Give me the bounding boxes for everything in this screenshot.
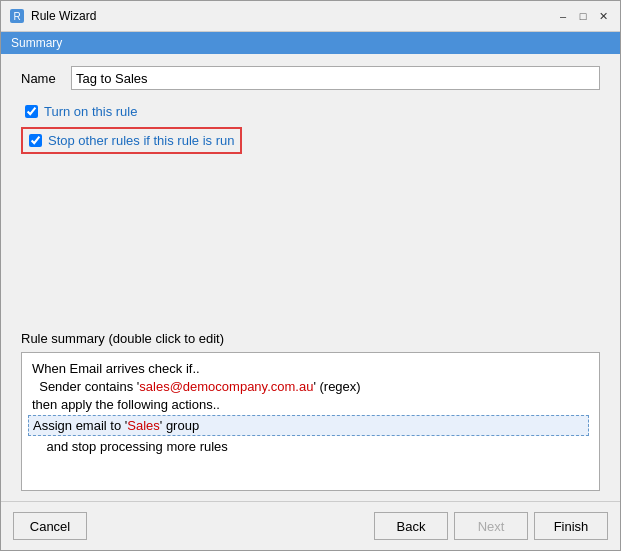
stop-other-rules-row: Stop other rules if this rule is run (21, 127, 242, 154)
app-icon: R (9, 8, 25, 24)
section-header: Summary (1, 32, 620, 54)
maximize-button[interactable]: □ (574, 7, 592, 25)
email-value: sales@democompany.com.au (139, 379, 313, 394)
back-button[interactable]: Back (374, 512, 448, 540)
rule-summary-box[interactable]: When Email arrives check if.. Sender con… (21, 352, 600, 492)
title-bar: R Rule Wizard – □ ✕ (1, 1, 620, 32)
turn-on-rule-label[interactable]: Turn on this rule (44, 104, 137, 119)
rule-line-3: then apply the following actions.. (32, 397, 589, 412)
minimize-button[interactable]: – (554, 7, 572, 25)
rule-line-5: and stop processing more rules (32, 439, 589, 454)
content-area: Name Turn on this rule Stop other rules … (1, 54, 620, 501)
name-row: Name (21, 66, 600, 90)
window-title: Rule Wizard (31, 9, 96, 23)
stop-other-rules-checkbox[interactable] (29, 134, 42, 147)
rule-summary-section: Rule summary (double click to edit) When… (1, 331, 620, 502)
stop-other-rules-label[interactable]: Stop other rules if this rule is run (48, 133, 234, 148)
name-input[interactable] (71, 66, 600, 90)
rule-line-1: When Email arrives check if.. (32, 361, 589, 376)
middle-spacer (1, 170, 620, 331)
rule-summary-title[interactable]: Rule summary (double click to edit) (21, 331, 600, 346)
name-label: Name (21, 71, 61, 86)
svg-text:R: R (13, 11, 20, 22)
group-value: Sales (127, 418, 160, 433)
turn-on-rule-checkbox[interactable] (25, 105, 38, 118)
rule-wizard-window: R Rule Wizard – □ ✕ Summary Name Turn on… (0, 0, 621, 551)
turn-on-rule-row: Turn on this rule (21, 104, 600, 119)
footer: Cancel Back Next Finish (1, 501, 620, 550)
rule-line-2: Sender contains 'sales@democompany.com.a… (32, 379, 589, 394)
close-button[interactable]: ✕ (594, 7, 612, 25)
finish-button[interactable]: Finish (534, 512, 608, 540)
next-button[interactable]: Next (454, 512, 528, 540)
rule-line-4: Assign email to 'Sales' group (28, 415, 589, 436)
cancel-button[interactable]: Cancel (13, 512, 87, 540)
